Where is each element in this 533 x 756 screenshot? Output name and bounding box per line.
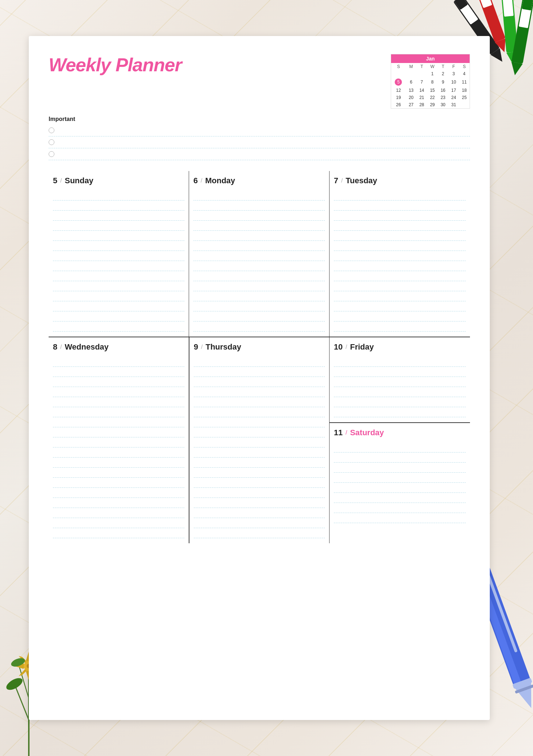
day-header-tuesday: 7 / Tuesday — [334, 176, 466, 185]
day-line — [53, 367, 184, 377]
day-header-friday: 10 / Friday — [334, 342, 466, 352]
calendar-cell: 2 — [438, 70, 448, 77]
day-line — [334, 463, 466, 473]
calendar-cell: 3 — [448, 70, 459, 77]
day-line — [194, 387, 325, 397]
calendar-cell: 30 — [438, 101, 448, 108]
day-line — [334, 483, 466, 493]
important-row-2 — [49, 136, 470, 148]
day-cell-friday-saturday: 10 / Friday 11 / Saturday — [330, 337, 470, 543]
day-line — [334, 301, 466, 311]
day-line — [194, 488, 325, 498]
day-divider-saturday: / — [345, 429, 347, 436]
calendar-cell: 20 — [406, 94, 417, 101]
bottom-row-days: 8 / Wednesday 9 / Thursday 10 / Friday — [49, 337, 470, 543]
calendar-cell: 28 — [416, 101, 427, 108]
day-line — [334, 377, 466, 387]
day-line — [334, 221, 466, 231]
cal-header-t2: T — [438, 63, 448, 70]
day-line — [193, 201, 325, 211]
day-line — [53, 321, 184, 332]
day-line — [194, 377, 325, 387]
tuesday-lines — [334, 190, 466, 332]
day-line — [53, 291, 184, 301]
day-line — [334, 367, 466, 377]
important-row-1 — [49, 125, 470, 136]
calendar-cell: 18 — [459, 87, 470, 94]
day-line — [194, 518, 325, 528]
day-line — [53, 458, 184, 468]
day-line — [53, 211, 184, 221]
day-line — [334, 473, 466, 483]
calendar-cell: 6 — [406, 77, 417, 87]
planner-header: Weekly Planner Jan S M T W T F S — [49, 54, 470, 109]
day-line — [334, 503, 466, 513]
day-line — [334, 397, 466, 407]
day-divider-thursday: / — [201, 344, 202, 350]
day-line — [53, 417, 184, 427]
day-line — [53, 407, 184, 417]
calendar-cell — [416, 70, 427, 77]
day-line — [334, 291, 466, 301]
day-line — [53, 478, 184, 488]
day-line — [194, 528, 325, 538]
day-line — [193, 311, 325, 321]
day-number-monday: 6 — [193, 176, 198, 185]
calendar-cell: 10 — [448, 77, 459, 87]
day-line — [53, 427, 184, 437]
day-line — [193, 241, 325, 251]
day-line — [193, 190, 325, 201]
important-bullet-2 — [49, 139, 54, 145]
monday-lines — [193, 190, 325, 332]
calendar-cell: 5 — [391, 77, 406, 87]
day-line — [334, 453, 466, 463]
calendar-cell: 29 — [427, 101, 438, 108]
day-line — [53, 468, 184, 478]
day-line — [334, 190, 466, 201]
important-row-3 — [49, 148, 470, 160]
important-label: Important — [49, 116, 470, 122]
day-line — [334, 271, 466, 281]
friday-section: 10 / Friday — [330, 337, 470, 423]
calendar-cell: 24 — [448, 94, 459, 101]
calendar-cell: 31 — [448, 101, 459, 108]
calendar-cell: 9 — [438, 77, 448, 87]
day-divider-friday: / — [345, 344, 347, 350]
day-line — [334, 442, 466, 453]
day-divider-sunday: / — [60, 177, 62, 184]
day-cell-tuesday: 7 / Tuesday — [330, 171, 470, 337]
day-line — [193, 291, 325, 301]
day-divider-wednesday: / — [60, 344, 62, 350]
day-header-thursday: 9 / Thursday — [194, 342, 325, 352]
day-line — [194, 468, 325, 478]
day-line — [53, 221, 184, 231]
calendar-month-header: Jan — [391, 54, 470, 63]
day-line — [53, 271, 184, 281]
calendar-cell: 8 — [427, 77, 438, 87]
day-line — [334, 251, 466, 261]
friday-lines — [334, 357, 466, 417]
day-line — [334, 231, 466, 241]
day-line — [194, 407, 325, 417]
day-line — [53, 528, 184, 538]
calendar-cell: 21 — [416, 94, 427, 101]
day-line — [193, 211, 325, 221]
calendar-cell: 4 — [459, 70, 470, 77]
calendar-cell: 26 — [391, 101, 406, 108]
day-line — [334, 201, 466, 211]
day-header-wednesday: 8 / Wednesday — [53, 342, 184, 352]
day-line — [193, 301, 325, 311]
day-line — [53, 301, 184, 311]
day-line — [334, 261, 466, 271]
top-row-days: 5 / Sunday 6 / Monday 7 / Tuesday — [49, 171, 470, 337]
day-line — [53, 437, 184, 447]
thursday-lines — [194, 357, 325, 538]
day-line — [53, 281, 184, 291]
day-line — [193, 261, 325, 271]
day-name-saturday: Saturday — [350, 428, 384, 437]
day-number-tuesday: 7 — [334, 176, 338, 185]
day-number-sunday: 5 — [53, 176, 57, 185]
day-number-thursday: 9 — [194, 342, 198, 352]
day-number-wednesday: 8 — [53, 342, 57, 352]
day-cell-thursday: 9 / Thursday — [189, 337, 330, 543]
